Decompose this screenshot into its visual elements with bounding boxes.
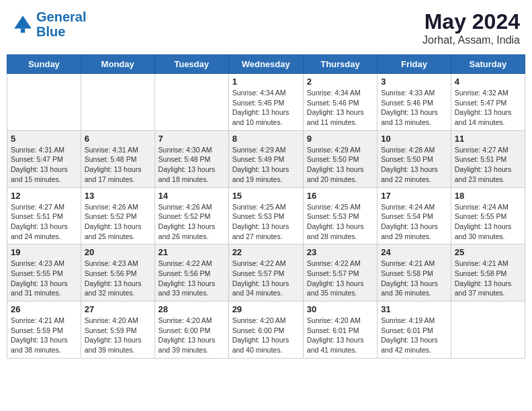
day-info: Sunrise: 4:22 AM Sunset: 5:57 PM Dayligh…	[307, 259, 373, 298]
day-number: 25	[455, 247, 521, 257]
day-info: Sunrise: 4:23 AM Sunset: 5:56 PM Dayligh…	[85, 259, 151, 298]
day-number: 10	[381, 134, 447, 144]
calendar-cell: 24Sunrise: 4:21 AM Sunset: 5:58 PM Dayli…	[378, 244, 451, 302]
day-info: Sunrise: 4:20 AM Sunset: 6:00 PM Dayligh…	[159, 316, 225, 355]
calendar-cell: 10Sunrise: 4:28 AM Sunset: 5:50 PM Dayli…	[378, 130, 451, 187]
weekday-header: Saturday	[451, 55, 525, 74]
calendar-week-row: 12Sunrise: 4:27 AM Sunset: 5:51 PM Dayli…	[7, 187, 525, 244]
calendar-cell: 13Sunrise: 4:26 AM Sunset: 5:52 PM Dayli…	[81, 187, 154, 244]
month-year: May 2024	[423, 9, 520, 34]
day-info: Sunrise: 4:25 AM Sunset: 5:53 PM Dayligh…	[232, 202, 300, 242]
day-number: 26	[11, 304, 77, 314]
calendar-cell: 29Sunrise: 4:20 AM Sunset: 6:00 PM Dayli…	[228, 302, 303, 359]
day-info: Sunrise: 4:24 AM Sunset: 5:54 PM Dayligh…	[381, 202, 447, 242]
day-number: 30	[307, 304, 373, 314]
day-number: 28	[159, 304, 225, 314]
calendar-cell: 26Sunrise: 4:21 AM Sunset: 5:59 PM Dayli…	[7, 302, 81, 359]
calendar-cell: 30Sunrise: 4:20 AM Sunset: 6:01 PM Dayli…	[303, 302, 377, 359]
day-number: 19	[11, 247, 77, 257]
day-info: Sunrise: 4:34 AM Sunset: 5:46 PM Dayligh…	[307, 88, 373, 128]
day-number: 4	[455, 77, 521, 87]
day-number: 27	[85, 304, 151, 314]
svg-marker-0	[14, 15, 32, 28]
day-info: Sunrise: 4:21 AM Sunset: 5:58 PM Dayligh…	[381, 259, 447, 298]
calendar-cell: 7Sunrise: 4:30 AM Sunset: 5:48 PM Daylig…	[154, 130, 228, 187]
page-header: General Blue May 2024 Jorhat, Assam, Ind…	[7, 7, 525, 49]
day-info: Sunrise: 4:27 AM Sunset: 5:51 PM Dayligh…	[11, 202, 77, 242]
day-number: 12	[11, 191, 77, 201]
calendar-cell: 17Sunrise: 4:24 AM Sunset: 5:54 PM Dayli…	[378, 187, 451, 244]
day-info: Sunrise: 4:20 AM Sunset: 6:00 PM Dayligh…	[232, 316, 300, 355]
day-info: Sunrise: 4:21 AM Sunset: 5:58 PM Dayligh…	[455, 259, 521, 298]
day-number: 22	[232, 247, 300, 257]
day-number: 13	[85, 191, 151, 201]
day-number: 23	[307, 247, 373, 257]
svg-rect-1	[21, 28, 25, 32]
day-info: Sunrise: 4:32 AM Sunset: 5:47 PM Dayligh…	[455, 88, 521, 128]
calendar-cell: 22Sunrise: 4:22 AM Sunset: 5:57 PM Dayli…	[228, 244, 303, 302]
day-number: 5	[11, 134, 77, 144]
day-info: Sunrise: 4:30 AM Sunset: 5:48 PM Dayligh…	[159, 145, 225, 185]
day-info: Sunrise: 4:19 AM Sunset: 6:01 PM Dayligh…	[381, 316, 447, 355]
day-info: Sunrise: 4:22 AM Sunset: 5:56 PM Dayligh…	[159, 259, 225, 298]
logo-icon	[12, 13, 34, 35]
weekday-header: Wednesday	[228, 55, 303, 74]
calendar-cell: 2Sunrise: 4:34 AM Sunset: 5:46 PM Daylig…	[303, 74, 377, 131]
weekday-header: Thursday	[303, 55, 377, 74]
calendar-cell: 14Sunrise: 4:26 AM Sunset: 5:52 PM Dayli…	[154, 187, 228, 244]
day-number: 17	[381, 191, 447, 201]
day-number: 14	[159, 191, 225, 201]
day-number: 18	[455, 191, 521, 201]
day-info: Sunrise: 4:26 AM Sunset: 5:52 PM Dayligh…	[85, 202, 151, 242]
calendar-cell: 27Sunrise: 4:20 AM Sunset: 5:59 PM Dayli…	[81, 302, 154, 359]
day-number: 24	[381, 247, 447, 257]
day-info: Sunrise: 4:20 AM Sunset: 5:59 PM Dayligh…	[85, 316, 151, 355]
day-number: 1	[232, 77, 300, 87]
day-number: 2	[307, 77, 373, 87]
weekday-header: Monday	[81, 55, 154, 74]
calendar-cell: 20Sunrise: 4:23 AM Sunset: 5:56 PM Dayli…	[81, 244, 154, 302]
day-number: 31	[381, 304, 447, 314]
day-number: 15	[232, 191, 300, 201]
day-number: 21	[159, 247, 225, 257]
day-number: 3	[381, 77, 447, 87]
logo-text: General Blue	[36, 9, 86, 39]
calendar-cell: 31Sunrise: 4:19 AM Sunset: 6:01 PM Dayli…	[378, 302, 451, 359]
calendar-week-row: 19Sunrise: 4:23 AM Sunset: 5:55 PM Dayli…	[7, 244, 525, 302]
calendar-cell: 5Sunrise: 4:31 AM Sunset: 5:47 PM Daylig…	[7, 130, 81, 187]
calendar-cell: 18Sunrise: 4:24 AM Sunset: 5:55 PM Dayli…	[451, 187, 525, 244]
title-block: May 2024 Jorhat, Assam, India	[423, 9, 520, 46]
calendar-cell: 12Sunrise: 4:27 AM Sunset: 5:51 PM Dayli…	[7, 187, 81, 244]
day-info: Sunrise: 4:31 AM Sunset: 5:48 PM Dayligh…	[85, 145, 151, 185]
calendar-cell: 25Sunrise: 4:21 AM Sunset: 5:58 PM Dayli…	[451, 244, 525, 302]
day-number: 6	[85, 134, 151, 144]
calendar-cell: 8Sunrise: 4:29 AM Sunset: 5:49 PM Daylig…	[228, 130, 303, 187]
weekday-header: Tuesday	[154, 55, 228, 74]
day-info: Sunrise: 4:29 AM Sunset: 5:49 PM Dayligh…	[232, 145, 300, 185]
day-info: Sunrise: 4:24 AM Sunset: 5:55 PM Dayligh…	[455, 202, 521, 242]
day-info: Sunrise: 4:21 AM Sunset: 5:59 PM Dayligh…	[11, 316, 77, 355]
calendar-week-row: 5Sunrise: 4:31 AM Sunset: 5:47 PM Daylig…	[7, 130, 525, 187]
calendar-week-row: 26Sunrise: 4:21 AM Sunset: 5:59 PM Dayli…	[7, 302, 525, 359]
calendar-cell: 28Sunrise: 4:20 AM Sunset: 6:00 PM Dayli…	[154, 302, 228, 359]
calendar-cell: 4Sunrise: 4:32 AM Sunset: 5:47 PM Daylig…	[451, 74, 525, 131]
calendar-cell: 15Sunrise: 4:25 AM Sunset: 5:53 PM Dayli…	[228, 187, 303, 244]
day-number: 9	[307, 134, 373, 144]
day-info: Sunrise: 4:27 AM Sunset: 5:51 PM Dayligh…	[455, 145, 521, 185]
day-number: 20	[85, 247, 151, 257]
day-info: Sunrise: 4:25 AM Sunset: 5:53 PM Dayligh…	[307, 202, 373, 242]
day-number: 7	[159, 134, 225, 144]
day-number: 16	[307, 191, 373, 201]
day-info: Sunrise: 4:20 AM Sunset: 6:01 PM Dayligh…	[307, 316, 373, 355]
day-info: Sunrise: 4:34 AM Sunset: 5:45 PM Dayligh…	[232, 88, 300, 128]
day-info: Sunrise: 4:23 AM Sunset: 5:55 PM Dayligh…	[11, 259, 77, 298]
day-info: Sunrise: 4:31 AM Sunset: 5:47 PM Dayligh…	[11, 145, 77, 185]
day-info: Sunrise: 4:28 AM Sunset: 5:50 PM Dayligh…	[381, 145, 447, 185]
calendar-table: SundayMondayTuesdayWednesdayThursdayFrid…	[7, 54, 525, 359]
day-info: Sunrise: 4:33 AM Sunset: 5:46 PM Dayligh…	[381, 88, 447, 128]
calendar-cell: 3Sunrise: 4:33 AM Sunset: 5:46 PM Daylig…	[378, 74, 451, 131]
day-info: Sunrise: 4:26 AM Sunset: 5:52 PM Dayligh…	[159, 202, 225, 242]
calendar-body: 1Sunrise: 4:34 AM Sunset: 5:45 PM Daylig…	[7, 74, 525, 359]
day-info: Sunrise: 4:22 AM Sunset: 5:57 PM Dayligh…	[232, 259, 300, 298]
calendar-cell: 9Sunrise: 4:29 AM Sunset: 5:50 PM Daylig…	[303, 130, 377, 187]
